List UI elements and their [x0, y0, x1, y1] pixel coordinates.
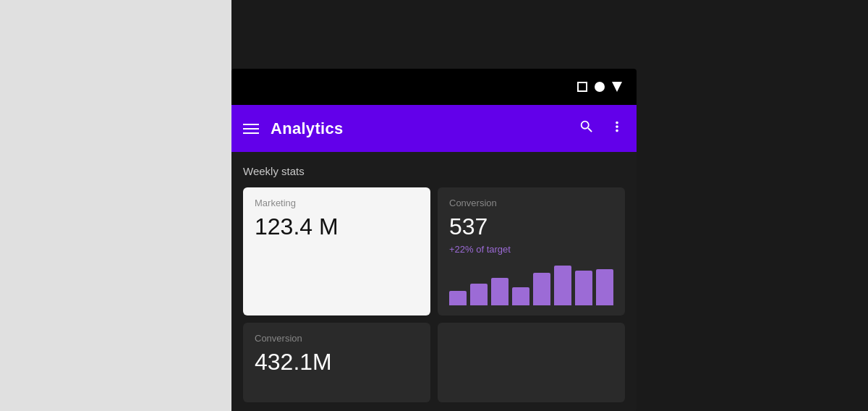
conversion-bottom-card: Conversion 432.1M [243, 323, 430, 402]
conversion-bottom-label: Conversion [255, 333, 419, 344]
phone-mockup: Analytics Weekly stats [231, 69, 637, 411]
bar-chart-bar [449, 291, 467, 305]
status-circle-icon [595, 82, 605, 92]
status-bar [231, 69, 637, 105]
right-panel: Analytics Weekly stats [231, 0, 868, 411]
bar-chart-bar [596, 269, 613, 305]
bar-chart-bar [575, 271, 592, 305]
menu-button[interactable] [243, 124, 259, 134]
marketing-value: 123.4 M [255, 214, 419, 240]
app-bar-actions [579, 119, 625, 139]
marketing-label: Marketing [255, 198, 419, 208]
bottom-cards-row: Conversion 432.1M [243, 323, 625, 402]
conversion-top-card: Conversion 537 +22% of target [438, 187, 625, 315]
more-options-icon[interactable] [609, 119, 625, 139]
placeholder-card [438, 323, 625, 402]
conversion-top-subtitle: +22% of target [449, 244, 613, 255]
search-icon[interactable] [579, 119, 595, 139]
conversion-bottom-value: 432.1M [255, 349, 419, 375]
bar-chart-bar [554, 266, 571, 305]
bar-chart-bar [491, 278, 509, 305]
bar-chart-bar [470, 284, 488, 305]
left-panel [0, 0, 231, 411]
status-square-icon [577, 82, 587, 92]
content-area: Weekly stats Marketing 123.4 M Conversio… [231, 152, 637, 411]
app-bar: Analytics [231, 105, 637, 152]
bar-chart [449, 262, 613, 305]
status-triangle-icon [612, 82, 622, 92]
conversion-top-label: Conversion [449, 198, 613, 208]
marketing-card: Marketing 123.4 M [243, 187, 430, 315]
top-cards-row: Marketing 123.4 M Conversion 537 +22% of… [243, 187, 625, 315]
app-title: Analytics [271, 119, 567, 138]
conversion-top-value: 537 [449, 214, 613, 240]
bar-chart-bar [512, 287, 529, 305]
weekly-stats-label: Weekly stats [243, 165, 625, 177]
bar-chart-bar [533, 273, 550, 305]
